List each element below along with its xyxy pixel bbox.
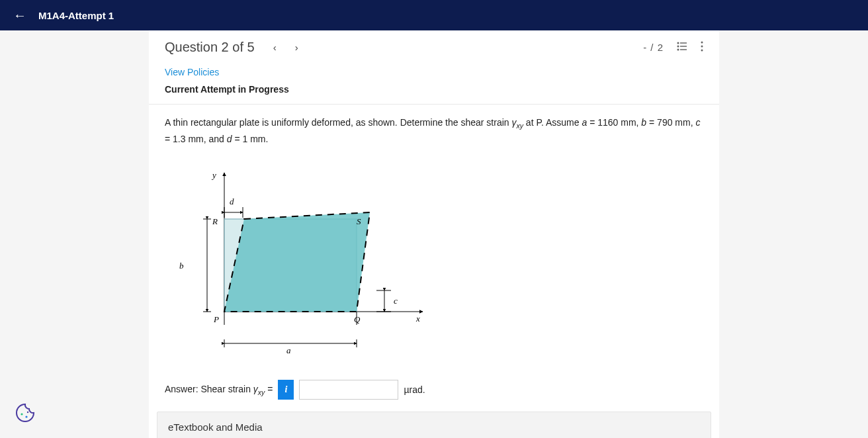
next-question-icon[interactable]: › xyxy=(295,42,298,53)
question-score: - / 2 xyxy=(643,42,664,53)
question-text: A thin rectangular plate is uniformly de… xyxy=(149,105,719,159)
gamma-subscript: xy xyxy=(516,122,523,130)
axis-x-label: x xyxy=(415,314,420,324)
label-d: d xyxy=(230,197,234,206)
label-S: S xyxy=(357,216,361,226)
diagram: y x R S P Q d b a xyxy=(149,159,719,373)
svg-point-28 xyxy=(25,416,27,417)
label-R: R xyxy=(212,216,218,226)
svg-point-8 xyxy=(701,49,703,51)
svg-point-2 xyxy=(677,46,679,47)
assignment-title: M1A4-Attempt 1 xyxy=(38,10,114,21)
label-c: c xyxy=(394,296,398,306)
answer-gamma-sub: xy xyxy=(258,388,265,396)
content-panel: Question 2 of 5 ‹ › - / 2 View Policies … xyxy=(149,30,719,438)
svg-point-6 xyxy=(701,41,703,43)
label-P: P xyxy=(213,314,219,324)
problem-text-mid: at P. Assume xyxy=(523,117,582,128)
val-b: = 790 mm, xyxy=(646,117,695,128)
question-header: Question 2 of 5 ‹ › - / 2 xyxy=(149,30,719,64)
answer-equals: = xyxy=(265,384,273,394)
label-b: b xyxy=(179,261,184,271)
etextbook-media-button[interactable]: eTextbook and Media xyxy=(157,412,711,438)
back-arrow-icon[interactable]: ← xyxy=(13,9,26,22)
svg-point-27 xyxy=(21,413,22,415)
var-c: c xyxy=(695,117,700,128)
info-icon[interactable]: i xyxy=(278,380,294,400)
var-d: d xyxy=(227,134,232,144)
more-menu-icon[interactable] xyxy=(701,41,703,54)
view-policies-link[interactable]: View Policies xyxy=(165,67,219,77)
svg-marker-12 xyxy=(224,212,370,312)
attempt-status: Current Attempt in Progress xyxy=(149,81,719,105)
svg-point-4 xyxy=(677,49,679,50)
answer-row: Answer: Shear strain γxy = i µrad. xyxy=(149,373,719,412)
val-a: = 1160 mm, xyxy=(587,117,641,128)
question-number: Question 2 of 5 xyxy=(165,40,255,55)
svg-point-29 xyxy=(27,412,28,413)
list-icon[interactable] xyxy=(677,42,687,54)
cookie-settings-icon[interactable] xyxy=(15,402,36,423)
val-d: = 1 mm. xyxy=(232,134,269,144)
answer-label: Answer: Shear strain xyxy=(165,384,253,394)
val-c: = 1.3 mm, and xyxy=(165,134,227,144)
answer-input[interactable] xyxy=(299,380,398,400)
prev-question-icon[interactable]: ‹ xyxy=(273,42,277,53)
problem-text-pre: A thin rectangular plate is uniformly de… xyxy=(165,117,511,128)
label-Q: Q xyxy=(354,314,361,324)
svg-point-0 xyxy=(677,42,679,44)
top-bar: ← M1A4-Attempt 1 xyxy=(0,0,868,30)
answer-gamma: γ xyxy=(253,384,258,394)
axis-y-label: y xyxy=(211,170,216,180)
svg-point-7 xyxy=(701,45,703,47)
answer-unit: µrad. xyxy=(404,384,425,395)
var-b: b xyxy=(641,117,646,128)
label-a: a xyxy=(286,345,291,355)
